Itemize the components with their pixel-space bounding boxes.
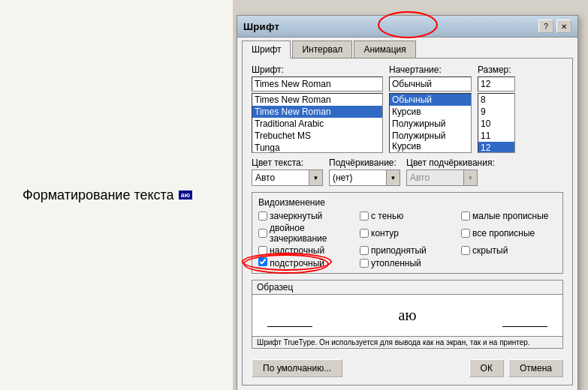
text-color-label: Цвет текста: <box>252 158 323 168</box>
text-color-dropdown[interactable]: Авто ▼ <box>252 170 323 186</box>
color-row: Цвет текста: Авто ▼ Подчёркивание: (нет)… <box>252 158 563 186</box>
effects-grid: зачеркнутый с тенью малые прописные двой… <box>258 211 556 268</box>
style-list[interactable]: Обычный Курсив Полужирный Полужирный Кур… <box>389 93 472 153</box>
style-list-item[interactable]: Полужирный Курсив <box>390 130 471 152</box>
style-list-item[interactable]: Полужирный <box>390 118 471 130</box>
checkbox-double-strikethrough-input[interactable] <box>258 229 267 238</box>
checkbox-strikethrough-label: зачеркнутый <box>270 211 322 221</box>
checkbox-hidden-label: скрытый <box>472 245 508 256</box>
tab-animation[interactable]: Анимация <box>354 40 415 58</box>
style-list-item[interactable]: Курсив <box>390 106 471 118</box>
checkbox-raised-label: приподнятый <box>371 245 427 256</box>
ok-cancel-group: ОК Отмена <box>469 359 563 377</box>
preview-text: аю <box>399 307 417 324</box>
style-group: Начертание: Обычный Курсив Полужирный По… <box>389 64 472 153</box>
underline-label: Подчёркивание: <box>329 158 400 168</box>
checkbox-shadow[interactable]: с тенью <box>360 211 455 221</box>
checkbox-strikethrough[interactable]: зачеркнутый <box>258 211 354 221</box>
checkbox-subscript-label: подстрочный <box>270 258 324 268</box>
checkbox-raised[interactable]: приподнятый <box>360 245 455 256</box>
underline-dropdown[interactable]: (нет) ▼ <box>329 170 400 186</box>
size-label: Размер: <box>478 64 515 75</box>
font-list-item[interactable]: Tunga <box>252 142 382 153</box>
preview-section: Образец аю Шрифт TrueType. Он использует… <box>252 280 563 349</box>
checkbox-small-caps-input[interactable] <box>461 212 470 220</box>
style-list-item-selected[interactable]: Обычный <box>390 94 471 106</box>
font-list-item[interactable]: Times New Roman <box>252 94 382 106</box>
checkbox-double-strikethrough[interactable]: двойное зачеркивание <box>258 223 354 244</box>
underline-value: (нет) <box>330 172 386 183</box>
ok-button[interactable]: ОК <box>469 359 504 377</box>
font-list-item-selected[interactable]: Times New Roman <box>252 106 382 118</box>
font-list[interactable]: Times New Roman Times New Roman Traditio… <box>252 93 383 153</box>
preview-line-left <box>267 326 312 327</box>
checkbox-subscript-input[interactable] <box>258 257 267 266</box>
checkbox-shadow-label: с тенью <box>371 211 403 221</box>
checkbox-sunken[interactable]: утопленный <box>360 257 455 268</box>
size-list-item[interactable]: 9 <box>478 106 514 118</box>
titlebar-buttons: ? ✕ <box>538 20 571 33</box>
title-circle-highlight <box>378 11 438 38</box>
checkbox-hidden[interactable]: скрытый <box>461 245 556 256</box>
checkbox-sunken-input[interactable] <box>360 259 369 268</box>
size-list-item[interactable]: 10 <box>478 118 514 130</box>
font-info: Шрифт TrueType. Он используется для выво… <box>252 336 562 348</box>
font-group: Шрифт: Times New Roman Times New Roman T… <box>252 64 383 153</box>
underline-color-dropdown[interactable]: Авто ▼ <box>406 170 478 186</box>
checkbox-superscript[interactable]: надстрочный <box>258 245 354 256</box>
font-label: Шрифт: <box>252 64 383 75</box>
text-color-arrow-icon[interactable]: ▼ <box>309 170 322 185</box>
checkbox-all-caps[interactable]: все прописные <box>461 223 556 244</box>
underline-color-label: Цвет подчёркивания: <box>406 158 495 168</box>
preview-label: Образец <box>252 280 562 295</box>
font-list-item[interactable]: Trebuchet MS <box>252 130 382 142</box>
effects-label: Видоизменение <box>258 197 556 208</box>
underline-group: Подчёркивание: (нет) ▼ <box>329 158 400 186</box>
checkbox-small-caps-label: малые прописные <box>472 211 549 221</box>
size-list-item[interactable]: 11 <box>478 130 514 142</box>
checkbox-small-caps[interactable]: малые прописные <box>461 211 556 221</box>
tabs-container: Шрифт Интервал Анимация <box>237 38 577 58</box>
dialog-title: Шрифт <box>243 21 279 32</box>
checkbox-outline-input[interactable] <box>360 229 369 238</box>
checkbox-hidden-input[interactable] <box>461 246 470 255</box>
underline-arrow-icon[interactable]: ▼ <box>386 170 400 185</box>
bottom-buttons: По умолчанию... ОК Отмена <box>252 355 563 377</box>
size-list-item[interactable]: 8 <box>478 94 514 106</box>
size-list[interactable]: 8 9 10 11 12 <box>478 93 515 153</box>
text-color-group: Цвет текста: Авто ▼ <box>252 158 323 186</box>
font-style-size-row: Шрифт: Times New Roman Times New Roman T… <box>252 64 563 153</box>
font-list-item[interactable]: Traditional Arabic <box>252 118 382 130</box>
checkbox-subscript[interactable]: подстрочный <box>258 257 354 268</box>
cancel-button[interactable]: Отмена <box>508 359 563 377</box>
document-text: Форматирование текста аю <box>23 188 192 203</box>
checkbox-superscript-label: надстрочный <box>270 245 324 256</box>
preview-box: аю <box>252 295 562 336</box>
tab-interval[interactable]: Интервал <box>292 40 352 58</box>
checkbox-all-caps-label: все прописные <box>472 228 535 238</box>
checkbox-sunken-label: утопленный <box>371 258 421 268</box>
style-input[interactable] <box>389 76 472 92</box>
font-name-input[interactable] <box>252 76 383 92</box>
underline-color-arrow-icon[interactable]: ▼ <box>463 170 477 185</box>
document-background: Форматирование текста аю <box>0 0 233 390</box>
document-main-text: Форматирование текста <box>23 188 174 203</box>
checkbox-outline[interactable]: контур <box>360 223 455 244</box>
checkbox-all-caps-input[interactable] <box>461 229 470 238</box>
checkbox-strikethrough-input[interactable] <box>258 212 267 220</box>
checkbox-double-strikethrough-label: двойное зачеркивание <box>270 223 354 244</box>
close-button[interactable]: ✕ <box>556 20 571 33</box>
checkbox-raised-input[interactable] <box>360 246 369 255</box>
size-list-item-selected[interactable]: 12 <box>478 142 514 153</box>
help-button[interactable]: ? <box>538 20 553 33</box>
size-input[interactable] <box>478 76 515 92</box>
dialog-titlebar: Шрифт ? ✕ <box>237 16 577 38</box>
document-icon: аю <box>179 190 193 200</box>
default-button[interactable]: По умолчанию... <box>252 359 342 377</box>
font-dialog: Шрифт ? ✕ Шрифт Интервал Анимация Шрифт:… <box>237 15 578 390</box>
underline-color-value: Авто <box>407 172 463 183</box>
checkbox-shadow-input[interactable] <box>360 212 369 220</box>
checkbox-superscript-input[interactable] <box>258 246 267 255</box>
tab-font[interactable]: Шрифт <box>242 40 291 58</box>
style-label: Начертание: <box>389 64 472 75</box>
